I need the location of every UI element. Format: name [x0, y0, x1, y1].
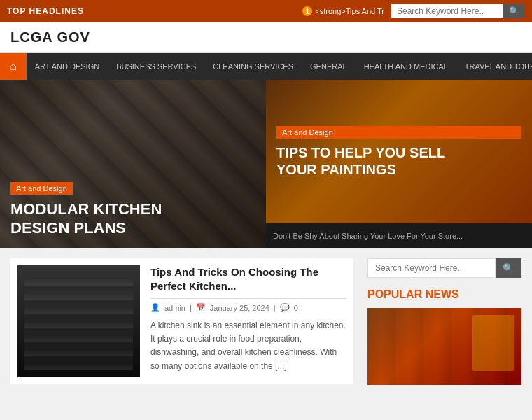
site-header: LCGA GOV — [0, 22, 532, 53]
calendar-icon: 📅 — [196, 303, 206, 312]
info-icon: ℹ — [302, 6, 312, 16]
hero-right-image: Art and Design TIPS TO HELP YOU SELLYOUR… — [266, 80, 532, 223]
article-comments: 0 — [294, 304, 298, 312]
hero-left-title: MODULAR KITCHENDESIGN PLANS — [10, 200, 162, 237]
nav-home-button[interactable]: ⌂ — [0, 53, 27, 80]
sidebar-search-button[interactable]: 🔍 — [496, 258, 522, 278]
nav-item-cleaning[interactable]: CLEANING SERVICES — [204, 55, 302, 78]
top-headlines-label: TOP HEADLINES — [7, 6, 84, 16]
hero-right-top-slide[interactable]: Art and Design TIPS TO HELP YOU SELLYOUR… — [266, 80, 532, 223]
meta-separator-2: | — [274, 304, 276, 312]
article-info: Tips And Tricks On Choosing The Perfect … — [150, 265, 346, 377]
article-thumb-image — [18, 265, 140, 377]
article-excerpt: A kitchen sink is an essential element i… — [150, 319, 346, 373]
article-author: admin — [164, 304, 186, 312]
article-meta: 👤 admin | 📅 January 25, 2024 | 💬 0 — [150, 303, 346, 312]
nav-item-art[interactable]: ART AND DESIGN — [27, 55, 108, 78]
nav-item-general[interactable]: GENERAL — [302, 55, 356, 78]
top-bar-right: ℹ <strong>Tips And Tr 🔍 — [302, 4, 525, 18]
top-search-button[interactable]: 🔍 — [503, 4, 525, 18]
popular-news-heading: POPULAR NEWS — [368, 288, 522, 301]
article-thumbnail — [18, 265, 140, 377]
hero-right-title: TIPS TO HELP YOU SELLYOUR PAINTINGS — [276, 144, 522, 178]
sidebar-search-box: 🔍 — [368, 258, 522, 278]
main-content: Tips And Tricks On Choosing The Perfect … — [0, 248, 532, 405]
article-date: January 25, 2024 — [210, 304, 270, 312]
nav-item-business[interactable]: BUSINESS SERVICES — [108, 55, 204, 78]
nav-items: ART AND DESIGN BUSINESS SERVICES CLEANIN… — [27, 55, 532, 78]
top-search-box: 🔍 — [391, 4, 525, 18]
ticker-text: <strong>Tips And Tr — [315, 7, 384, 15]
hero-slide-left[interactable]: Art and Design MODULAR KITCHENDESIGN PLA… — [0, 80, 266, 248]
hero-bottom-text: Don't Be Shy About Sharing Your Love For… — [273, 232, 463, 240]
article-divider — [150, 298, 346, 299]
hero-slide-right: Art and Design TIPS TO HELP YOU SELLYOUR… — [266, 80, 532, 248]
site-title: LCGA GOV — [10, 29, 90, 45]
ticker: ℹ <strong>Tips And Tr — [302, 6, 384, 16]
article-card: Tips And Tricks On Choosing The Perfect … — [10, 258, 354, 384]
hero-right-bottom-bar: Don't Be Shy About Sharing Your Love For… — [266, 223, 532, 248]
top-bar: TOP HEADLINES ℹ <strong>Tips And Tr 🔍 — [0, 0, 532, 22]
hero-left-image: Art and Design MODULAR KITCHENDESIGN PLA… — [0, 80, 266, 248]
article-title[interactable]: Tips And Tricks On Choosing The Perfect … — [150, 265, 346, 293]
nav-item-travel[interactable]: TRAVEL AND TOURISM — [456, 55, 532, 78]
hero-slider: Art and Design MODULAR KITCHENDESIGN PLA… — [0, 80, 532, 248]
sidebar-search-input[interactable] — [368, 258, 496, 278]
content-area: Tips And Tricks On Choosing The Perfect … — [10, 258, 354, 395]
author-icon: 👤 — [150, 303, 160, 312]
hero-right-badge: Art and Design — [276, 126, 522, 139]
meta-separator-1: | — [190, 304, 192, 312]
hero-left-content: Art and Design MODULAR KITCHENDESIGN PLA… — [10, 182, 162, 237]
top-search-input[interactable] — [391, 4, 503, 18]
popular-news-thumbnail[interactable] — [368, 308, 522, 385]
comment-icon: 💬 — [280, 303, 290, 312]
sidebar: 🔍 POPULAR NEWS — [368, 258, 522, 395]
hero-left-badge: Art and Design — [10, 182, 73, 195]
nav-item-health[interactable]: HEALTH AND MEDICAL — [356, 55, 456, 78]
main-nav: ⌂ ART AND DESIGN BUSINESS SERVICES CLEAN… — [0, 53, 532, 80]
